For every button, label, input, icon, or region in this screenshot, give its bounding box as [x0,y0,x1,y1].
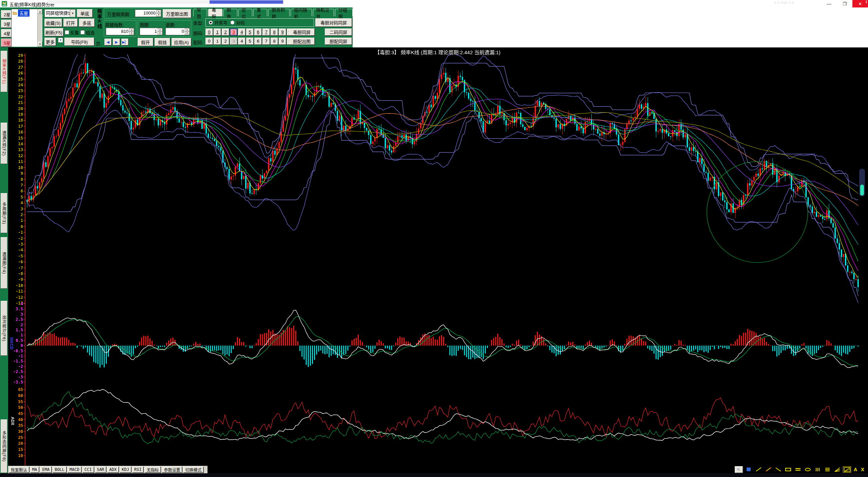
sidebar-item-5[interactable]: 出次统计(F6) [1,301,7,356]
spinner-arrows-icon[interactable]: ▲▼ [185,28,190,35]
peima-digits-4[interactable]: 4 [238,38,245,45]
radio-open-number[interactable]: 开奖号 [209,19,228,26]
peima-digits-9[interactable]: 9 [279,38,286,45]
sidebar-item-2[interactable]: 遗漏K线(F2) [1,123,7,164]
text-a-icon[interactable]: A [853,467,858,472]
radio-pair-code[interactable]: 对码 [230,19,245,26]
indicator-button-ema[interactable]: EMA [40,466,52,473]
radio-icon[interactable] [209,20,213,25]
gann-box-icon[interactable] [843,466,851,473]
delete-x-icon[interactable]: X [860,467,865,472]
more-dropdown-icon[interactable]: ▼ [58,38,63,43]
group-select-checkbox[interactable]: 组选 [80,28,95,36]
apply-button[interactable]: 应用(A) [172,38,191,46]
tab-4[interactable]: 复式 [253,9,267,16]
trendline-icon[interactable] [754,466,763,473]
danma-digits-3[interactable]: 3 [230,28,237,36]
screen-candles-value[interactable]: 810 [106,28,129,35]
wanliyan-period-value[interactable]: 10000 [135,10,156,17]
scroll-up-icon[interactable]: ▲ [38,9,42,14]
peima-digits-0[interactable]: 0 [205,38,213,45]
danma-digits-9[interactable]: 9 [279,28,286,36]
danpei-plot-button[interactable]: 胆配出图 [289,38,315,45]
tab-0[interactable]: 常用 [193,9,207,16]
peima-digits-1[interactable]: 1 [214,38,221,45]
danpei-screen-button[interactable]: 胆配同屏 [325,38,352,45]
indicator-button-ma[interactable]: MA [30,466,39,473]
screen-candles-spinner[interactable]: 810 ▲▼ [106,28,134,35]
peima-digits-7[interactable]: 7 [262,38,270,45]
dudan-screen-button[interactable]: 毒胆同屏 [289,28,315,36]
page-prev-button[interactable]: ◀ [104,39,112,45]
danma-digits-0[interactable]: 0 [205,28,213,36]
scroll-down-icon[interactable]: ▼ [38,42,42,46]
page-last-button[interactable]: ▶▏ [121,39,129,45]
indicator-button-参数设置[interactable]: 参数设置 [162,466,182,473]
indicator-button-sar[interactable]: SAR [95,466,106,473]
zoom-icon[interactable] [735,466,743,473]
rectangle-icon[interactable] [784,466,792,473]
indicator-button-切换模式[interactable]: 切换模式 [183,466,203,473]
danma-digits-7[interactable]: 7 [262,28,270,36]
chart-scrollbar[interactable] [859,169,865,196]
danma-digits-8[interactable]: 8 [271,28,278,36]
tree-scrollbar[interactable]: ▲ ▼ [37,9,42,46]
peima-digits-2[interactable]: 2 [222,38,229,45]
indicator-button-恢复默认[interactable]: 恢复默认 [9,466,29,473]
indicator-button-kdj[interactable]: KDJ [120,466,131,473]
back-period-spinner[interactable]: 0 ▲▼ [165,28,190,35]
ellipse-icon[interactable] [804,466,812,473]
tab-7[interactable]: 随机交并 [313,9,334,16]
tab-8[interactable]: 分组胆 [335,9,353,16]
wanliyan-plot-button[interactable]: 万里眼出图 [163,9,191,18]
spinner-arrows-icon[interactable]: ▲▼ [158,28,162,35]
tab-1[interactable]: 毒胆 [208,9,222,16]
cycle-value[interactable]: 1 [140,28,158,35]
ray-icon[interactable] [774,466,782,473]
fake-open-button[interactable]: 假开 [138,38,153,46]
sidebar-item-1[interactable]: 频率K线(F1) [1,51,7,92]
segment-points-icon[interactable] [764,466,772,473]
two-code-screen-button[interactable]: 二码同屏 [325,28,352,36]
danma-digits-5[interactable]: 5 [246,28,254,36]
chart-canvas[interactable] [8,47,868,466]
open-button[interactable]: 打开 [63,19,78,27]
cycle-spinner[interactable]: 1 ▲▼ [140,28,163,35]
chart-scrollbar-thumb[interactable] [860,185,864,195]
single-bottom-button[interactable]: 单底 [77,9,93,17]
danma-digits-2[interactable]: 2 [222,28,229,36]
refresh-button[interactable]: 刷新(F5) [44,28,63,36]
parallel-lines-icon[interactable] [794,466,802,473]
indicator-button-macd[interactable]: MACD [67,466,81,473]
tab-2[interactable]: 胆拖 [223,9,237,16]
checkbox-icon[interactable] [80,30,85,35]
restore-button[interactable]: ❐ [837,0,852,7]
checkbox-icon[interactable] [65,30,69,35]
group-tree[interactable]: 五星 ▲ ▼ [11,9,42,47]
spinner-arrows-icon[interactable]: ▲▼ [156,10,161,17]
fake-hang-button[interactable]: 假挂 [155,38,170,46]
dudan-pair-screen-button[interactable]: 毒胆对码同屏 [315,18,352,27]
multi-bottom-button[interactable]: 多底 [79,19,95,27]
peima-digits-5[interactable]: 5 [246,38,254,45]
more-button[interactable]: 更多 [44,38,56,46]
radio-icon[interactable] [230,20,235,25]
anti-set-checkbox[interactable]: 反集 [65,28,79,36]
screen-group-dropdown[interactable]: 同屏组快捷设置 ▼ [44,9,76,17]
number-button[interactable]: 号码(F9) [64,38,94,46]
wanliyan-period-spinner[interactable]: 10000 ▲▼ [135,9,161,17]
favorite-button[interactable]: 收藏(S) [44,19,62,27]
danma-digits-6[interactable]: 6 [254,28,262,36]
peima-digits-3[interactable]: 3 [230,38,237,45]
indicator-button-无指标[interactable]: 无指标 [144,466,161,473]
indicator-button-rsi[interactable]: RSI [132,466,144,473]
sidebar-item-4[interactable]: 遗漏图(F4) [1,237,7,289]
minimize-button[interactable]: — [821,0,837,7]
tree-item-selected[interactable]: 五星 [12,10,29,16]
back-period-value[interactable]: 0 [166,28,185,35]
tab-5[interactable]: 胆合积跨 [268,9,290,16]
spinner-arrows-icon[interactable]: ▲▼ [129,28,134,35]
color-block-icon[interactable] [745,466,753,473]
tab-6[interactable]: 组内随机 [291,9,312,16]
indicator-button-boll[interactable]: BOLL [53,466,66,473]
